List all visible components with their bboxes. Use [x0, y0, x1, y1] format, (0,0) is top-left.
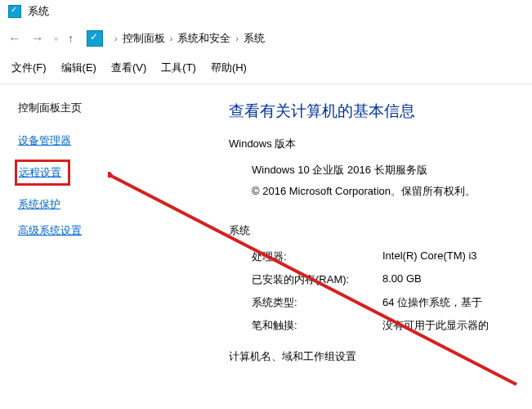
prop-label: 已安装的内存(RAM): — [252, 272, 382, 287]
sidebar-system-protection[interactable]: 系统保护 — [18, 197, 60, 212]
breadcrumb-item[interactable]: 系统 — [244, 31, 265, 46]
menu-view[interactable]: 查看(V) — [111, 61, 146, 75]
page-heading: 查看有关计算机的基本信息 — [229, 101, 532, 122]
breadcrumb-item[interactable]: 系统和安全 — [177, 31, 230, 46]
prop-label: 笔和触摸: — [252, 318, 382, 333]
prop-value: Intel(R) Core(TM) i3 — [382, 249, 532, 264]
prop-pen-touch: 笔和触摸: 没有可用于此显示器的 — [252, 318, 532, 333]
sidebar-advanced-settings[interactable]: 高级系统设置 — [18, 223, 82, 238]
up-icon[interactable]: ↑ — [68, 32, 74, 45]
menu-help[interactable]: 帮助(H) — [211, 61, 247, 75]
chevron-right-icon: › — [167, 34, 177, 43]
back-icon[interactable]: ← — [8, 31, 21, 46]
nav-bar: ← → ▾ ↑ › 控制面板 › 系统和安全 › 系统 — [0, 23, 532, 54]
menu-file[interactable]: 文件(F) — [11, 61, 47, 75]
sidebar-remote-settings[interactable]: 远程设置 — [19, 166, 61, 178]
menu-edit[interactable]: 编辑(E) — [61, 61, 96, 75]
breadcrumb-item[interactable]: 控制面板 — [123, 31, 165, 46]
menu-tools[interactable]: 工具(T) — [161, 61, 196, 75]
sidebar-home[interactable]: 控制面板主页 — [18, 101, 131, 115]
prop-label: 处理器: — [252, 249, 382, 264]
content-area: 控制面板主页 设备管理器 远程设置 系统保护 高级系统设置 查看有关计算机的基本… — [0, 84, 532, 364]
chevron-right-icon: › — [111, 34, 121, 43]
prop-value: 8.00 GB — [382, 272, 532, 287]
prop-ram: 已安装的内存(RAM): 8.00 GB — [252, 272, 532, 287]
system-icon — [8, 5, 21, 18]
nav-arrows: ← → ▾ ↑ — [8, 31, 74, 46]
window-title: 系统 — [28, 4, 49, 19]
prop-system-type: 系统类型: 64 位操作系统，基于 — [252, 295, 532, 310]
breadcrumb[interactable]: › 控制面板 › 系统和安全 › 系统 — [111, 31, 265, 46]
prop-value: 64 位操作系统，基于 — [382, 295, 532, 310]
prop-value: 没有可用于此显示器的 — [382, 318, 532, 333]
sidebar: 控制面板主页 设备管理器 远程设置 系统保护 高级系统设置 — [0, 101, 131, 364]
address-icon — [87, 30, 103, 47]
chevron-right-icon: › — [232, 34, 242, 43]
copyright-text: © 2016 Microsoft Corporation。保留所有权利。 — [252, 184, 532, 199]
windows-edition-value: Windows 10 企业版 2016 长期服务版 — [252, 163, 532, 178]
prop-label: 系统类型: — [252, 295, 382, 310]
main-panel: 查看有关计算机的基本信息 Windows 版本 Windows 10 企业版 2… — [131, 101, 532, 364]
computer-name-section-label: 计算机名、域和工作组设置 — [229, 349, 532, 364]
sidebar-device-manager[interactable]: 设备管理器 — [18, 133, 71, 148]
prop-processor: 处理器: Intel(R) Core(TM) i3 — [252, 249, 532, 264]
windows-edition-label: Windows 版本 — [229, 137, 532, 151]
system-section-label: 系统 — [229, 223, 532, 238]
title-bar: 系统 — [0, 0, 532, 23]
forward-icon[interactable]: → — [31, 31, 44, 46]
history-chevron-icon[interactable]: ▾ — [54, 34, 58, 43]
annotation-highlight-box: 远程设置 — [15, 160, 70, 186]
menu-bar: 文件(F) 编辑(E) 查看(V) 工具(T) 帮助(H) — [0, 54, 532, 84]
